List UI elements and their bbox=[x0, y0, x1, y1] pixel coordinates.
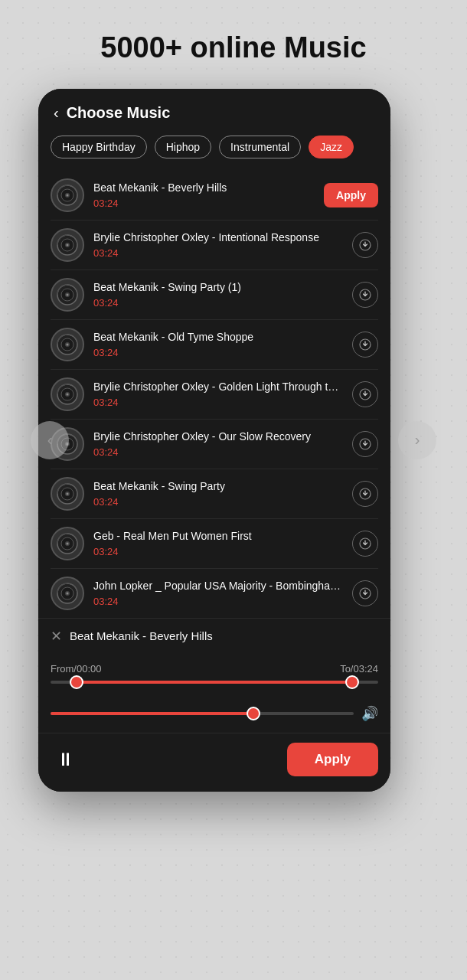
track-name: John Lopker _ Popular USA Majority - Bom… bbox=[93, 579, 345, 594]
volume-thumb[interactable] bbox=[247, 707, 260, 720]
from-label: From/00:00 bbox=[51, 663, 101, 675]
track-info: Brylie Christopher Oxley - Golden Light … bbox=[93, 380, 345, 408]
to-label: To/03:24 bbox=[340, 663, 378, 675]
track-info: Beat Mekanik - Beverly Hills03:24 bbox=[93, 181, 316, 209]
back-button[interactable]: ‹ bbox=[54, 104, 59, 122]
track-name: Brylie Christopher Oxley - Intentional R… bbox=[93, 230, 345, 246]
left-arrow-hint: ‹ bbox=[31, 421, 69, 459]
track-info: Geb - Real Men Put Women First03:24 bbox=[93, 529, 345, 557]
volume-fill bbox=[51, 712, 253, 715]
phone-container: ‹ Choose Music Happy BirthdayHiphopInstr… bbox=[38, 89, 390, 792]
filter-chip-jazz[interactable]: Jazz bbox=[309, 136, 354, 158]
track-duration: 03:24 bbox=[93, 496, 345, 508]
track-name: Beat Mekanik - Old Tyme Shoppe bbox=[93, 330, 345, 345]
track-name: Brylie Christopher Oxley - Golden Light … bbox=[93, 380, 345, 395]
track-info: Brylie Christopher Oxley - Our Slow Reco… bbox=[93, 430, 345, 458]
track-item[interactable]: Beat Mekanik - Beverly Hills03:24Apply bbox=[51, 171, 378, 220]
track-duration: 03:24 bbox=[93, 446, 345, 458]
svg-point-3 bbox=[67, 194, 69, 196]
track-duration: 03:24 bbox=[93, 347, 345, 358]
svg-point-42 bbox=[67, 592, 69, 594]
track-info: Brylie Christopher Oxley - Intentional R… bbox=[93, 230, 345, 259]
track-item[interactable]: Beat Mekanik - Swing Party03:24 bbox=[51, 469, 378, 519]
volume-track[interactable] bbox=[51, 712, 354, 715]
track-item[interactable]: Brylie Christopher Oxley - Our Slow Reco… bbox=[51, 420, 378, 469]
track-duration: 03:24 bbox=[93, 397, 345, 408]
track-duration: 03:24 bbox=[93, 596, 345, 607]
track-duration: 03:24 bbox=[93, 198, 316, 209]
right-arrow-hint: › bbox=[398, 421, 436, 459]
filter-chip-happy-birthday[interactable]: Happy Birthday bbox=[51, 136, 147, 158]
pause-button[interactable]: ⏸ bbox=[51, 744, 81, 775]
apply-bottom-button[interactable]: Apply bbox=[287, 743, 378, 776]
track-item[interactable]: Beat Mekanik - Old Tyme Shoppe03:24 bbox=[51, 320, 378, 370]
range-thumb-left[interactable] bbox=[70, 675, 83, 689]
download-button[interactable] bbox=[352, 481, 378, 507]
download-button[interactable] bbox=[352, 282, 378, 308]
range-fill bbox=[77, 681, 352, 684]
vinyl-icon bbox=[51, 527, 84, 560]
svg-point-12 bbox=[67, 293, 69, 296]
vinyl-icon bbox=[51, 377, 84, 411]
track-info: Beat Mekanik - Old Tyme Shoppe03:24 bbox=[93, 330, 345, 358]
track-item[interactable]: John Lopker _ Popular USA Majority - Bom… bbox=[51, 569, 378, 618]
svg-point-7 bbox=[67, 243, 69, 246]
now-playing: ✕ Beat Mekanik - Beverly Hills bbox=[38, 618, 390, 657]
download-button[interactable] bbox=[352, 580, 378, 606]
vinyl-icon bbox=[51, 577, 84, 610]
track-duration: 03:24 bbox=[93, 546, 345, 557]
svg-point-22 bbox=[67, 393, 69, 395]
track-duration: 03:24 bbox=[93, 247, 345, 259]
range-thumb-right[interactable] bbox=[345, 675, 359, 689]
filter-chip-hiphop[interactable]: Hiphop bbox=[155, 136, 211, 158]
track-info: John Lopker _ Popular USA Majority - Bom… bbox=[93, 579, 345, 607]
svg-point-32 bbox=[67, 492, 69, 495]
track-list: Beat Mekanik - Beverly Hills03:24Apply B… bbox=[38, 171, 390, 618]
vinyl-icon bbox=[51, 278, 84, 312]
download-button[interactable] bbox=[352, 332, 378, 358]
track-info: Beat Mekanik - Swing Party (1)03:24 bbox=[93, 280, 345, 309]
download-button[interactable] bbox=[352, 381, 378, 407]
vinyl-icon bbox=[51, 477, 84, 511]
vinyl-icon bbox=[51, 328, 84, 361]
track-item[interactable]: Beat Mekanik - Swing Party (1)03:24 bbox=[51, 270, 378, 320]
header: ‹ Choose Music bbox=[38, 89, 390, 132]
track-item[interactable]: Brylie Christopher Oxley - Intentional R… bbox=[51, 220, 378, 270]
apply-track-button[interactable]: Apply bbox=[324, 183, 378, 207]
track-name: Brylie Christopher Oxley - Our Slow Reco… bbox=[93, 430, 345, 445]
track-item[interactable]: Geb - Real Men Put Women First03:24 bbox=[51, 519, 378, 569]
track-name: Geb - Real Men Put Women First bbox=[93, 529, 345, 544]
svg-point-17 bbox=[67, 343, 69, 345]
page-title: 5000+ online Music bbox=[85, 31, 381, 66]
download-button[interactable] bbox=[352, 232, 378, 258]
svg-point-37 bbox=[67, 542, 69, 544]
track-name: Beat Mekanik - Beverly Hills bbox=[93, 181, 316, 196]
header-title: Choose Music bbox=[67, 104, 171, 122]
filter-chip-instrumental[interactable]: Instrumental bbox=[219, 136, 301, 158]
download-button[interactable] bbox=[352, 531, 378, 557]
download-button[interactable] bbox=[352, 431, 378, 457]
track-name: Beat Mekanik - Swing Party bbox=[93, 479, 345, 495]
range-track[interactable] bbox=[51, 681, 378, 684]
track-info: Beat Mekanik - Swing Party03:24 bbox=[93, 479, 345, 508]
track-item[interactable]: Brylie Christopher Oxley - Golden Light … bbox=[51, 370, 378, 420]
vinyl-icon bbox=[51, 228, 84, 262]
now-playing-title: Beat Mekanik - Beverly Hills bbox=[70, 629, 213, 642]
slider-section: From/00:00 To/03:24 bbox=[38, 657, 390, 702]
volume-icon: 🔊 bbox=[361, 705, 378, 722]
track-name: Beat Mekanik - Swing Party (1) bbox=[93, 280, 345, 296]
filter-row: Happy BirthdayHiphopInstrumentalJazz bbox=[38, 132, 390, 171]
bottom-controls: ⏸ Apply bbox=[38, 733, 390, 792]
close-icon[interactable]: ✕ bbox=[51, 628, 62, 645]
vinyl-icon bbox=[51, 178, 84, 212]
volume-section: 🔊 bbox=[38, 702, 390, 733]
track-duration: 03:24 bbox=[93, 297, 345, 309]
